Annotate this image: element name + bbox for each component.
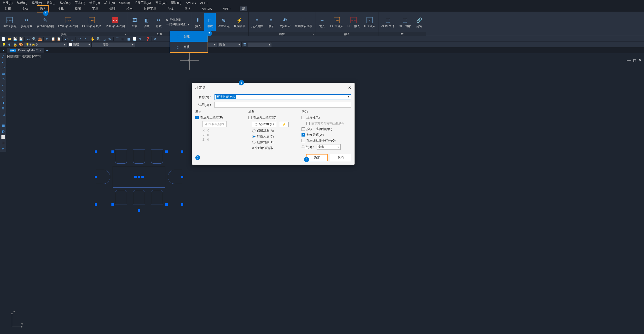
- tab-solid[interactable]: 实体: [20, 6, 31, 12]
- tab-app[interactable]: APP+: [220, 6, 234, 12]
- arc-icon[interactable]: ◠: [0, 77, 6, 82]
- y-input[interactable]: [207, 133, 222, 137]
- paste-icon[interactable]: 📋: [56, 37, 61, 41]
- menu-tools[interactable]: 工具(T): [75, 1, 85, 5]
- block-name-input[interactable]: 可见性动态块 ▾: [214, 94, 351, 100]
- saveas-icon[interactable]: 💾: [18, 37, 24, 41]
- layer-state-icon[interactable]: ❄: [7, 42, 12, 47]
- expand-icon[interactable]: ↘: [312, 33, 314, 36]
- menu-app[interactable]: APP+: [200, 1, 208, 5]
- maximize-icon[interactable]: ◻: [633, 58, 636, 63]
- mtext-icon[interactable]: A: [0, 146, 6, 151]
- table-icon[interactable]: ⊞: [0, 140, 6, 145]
- cancel-button[interactable]: 取消: [330, 154, 351, 161]
- btn-ref-clip[interactable]: ✂参照剪裁: [19, 13, 34, 31]
- btn-keep-display[interactable]: 👁保持显示: [277, 13, 293, 31]
- btn-define-attr[interactable]: ≡定义属性: [250, 13, 265, 31]
- btn-dgn-ref[interactable]: DGNDGN 参 考底图: [80, 13, 104, 31]
- design-center-icon[interactable]: ⊞: [120, 37, 126, 41]
- rectangle-icon[interactable]: ▭: [0, 71, 6, 76]
- btn-block-editor[interactable]: ⚡块编辑器: [232, 13, 247, 31]
- block-desc-input[interactable]: [214, 102, 351, 108]
- ok-button[interactable]: 确定: [306, 154, 328, 161]
- cut-icon[interactable]: ✂: [44, 37, 50, 41]
- new-icon[interactable]: 📄: [1, 37, 6, 41]
- unit-select[interactable]: 毫米▾: [316, 144, 340, 150]
- region-icon[interactable]: ⬜: [0, 134, 6, 140]
- pick-basepoint-button[interactable]: ⊕拾取基点(P): [202, 121, 226, 127]
- tab-dropdown-icon[interactable]: ▾: [1, 48, 6, 53]
- close-tab-icon[interactable]: ×: [40, 49, 41, 52]
- open-icon[interactable]: 📂: [7, 37, 12, 41]
- objects-specify-checkbox[interactable]: [248, 116, 252, 119]
- btn-create-block[interactable]: ◻创建: [204, 13, 216, 31]
- menu-format[interactable]: 格式(O): [60, 1, 71, 5]
- dropdown-wblock[interactable]: ⬚ 写块: [170, 42, 208, 52]
- make-block-icon[interactable]: ⬚: [0, 111, 6, 117]
- tab-common[interactable]: 常用: [2, 6, 14, 12]
- copy-icon[interactable]: 📋: [50, 37, 56, 41]
- dropdown-create[interactable]: ◻ 创建: [170, 31, 208, 42]
- menu-window[interactable]: 窗口(W): [155, 1, 166, 5]
- quick-select-button[interactable]: ⚡: [280, 122, 288, 127]
- point-icon[interactable]: ·: [0, 117, 6, 122]
- btn-insert-block[interactable]: ⬇插入: [192, 13, 204, 31]
- extra-combo[interactable]: ▾: [248, 42, 272, 47]
- close-icon[interactable]: ✕: [638, 58, 642, 63]
- menu-insert[interactable]: 插入(I): [46, 1, 55, 5]
- pan-icon[interactable]: ✋: [90, 37, 95, 41]
- publish-icon[interactable]: 📤: [37, 37, 42, 41]
- polyline-icon[interactable]: ⌐: [0, 60, 6, 65]
- tab-arcgis[interactable]: ArcGIS: [200, 6, 214, 12]
- line-icon[interactable]: ╱: [0, 54, 6, 59]
- tab-manage[interactable]: 管理: [107, 6, 118, 12]
- menu-extensions[interactable]: 扩展工具(X): [134, 1, 151, 5]
- btn-pdf-import[interactable]: PDFPDF 输入: [346, 13, 362, 31]
- menu-file[interactable]: 文件(F): [2, 1, 13, 5]
- btn-dwg-ref[interactable]: DWGDWG 参照: [1, 13, 18, 31]
- btn-attach[interactable]: 🖼附着: [129, 13, 140, 31]
- btn-import[interactable]: →输入: [316, 13, 328, 31]
- gradient-icon[interactable]: ◐: [0, 129, 6, 134]
- z-input[interactable]: [207, 138, 222, 141]
- open-editor-checkbox[interactable]: [302, 139, 305, 142]
- uniform-scale-checkbox[interactable]: [302, 127, 305, 131]
- zoom-prev-icon[interactable]: ⟲: [107, 37, 112, 41]
- ellipse-icon[interactable]: ⬭: [0, 94, 6, 99]
- btn-image-quality[interactable]: ⚙图像质量: [166, 18, 189, 22]
- btn-single-attr[interactable]: ≡单个: [265, 13, 277, 31]
- btn-hide-frame[interactable]: ▭隐藏图像边框▾: [166, 22, 189, 26]
- menu-modify[interactable]: 修改(M): [119, 1, 130, 5]
- zoom-icon[interactable]: 🔍: [96, 37, 101, 41]
- tab-ext-tools[interactable]: 扩展工具: [142, 6, 159, 12]
- sheet-icon[interactable]: 📑: [132, 37, 137, 41]
- dropdown-icon[interactable]: ▾: [348, 95, 349, 98]
- x-input[interactable]: [207, 129, 222, 132]
- layer-mgr-icon[interactable]: 💡: [1, 42, 6, 47]
- btn-set-basepoint[interactable]: ⊕设置基点: [216, 13, 232, 31]
- tab-online[interactable]: 在线: [165, 6, 176, 12]
- btn-clip-image[interactable]: ✂剪裁: [153, 13, 164, 31]
- retain-radio[interactable]: [252, 129, 256, 132]
- btn-dgn-import[interactable]: DGNDGN 输入: [328, 13, 345, 31]
- allow-explode-checkbox[interactable]: ✓: [302, 133, 305, 136]
- tab-view[interactable]: 视图: [72, 6, 84, 12]
- text-icon[interactable]: A: [152, 37, 158, 41]
- menu-draw[interactable]: 绘图(D): [90, 1, 100, 5]
- match-icon[interactable]: 🖌: [64, 37, 69, 41]
- layer-combo[interactable]: 💡❄🔓 0▾: [24, 42, 67, 47]
- linetype-combo[interactable]: ────随层▾: [92, 42, 135, 47]
- help-button[interactable]: ?: [195, 155, 200, 160]
- block-icon[interactable]: ⬚: [69, 37, 74, 41]
- plot-icon[interactable]: 🖨: [26, 37, 31, 41]
- menu-dimension[interactable]: 标注(N): [104, 1, 115, 5]
- ellipse-arc-icon[interactable]: ◗: [0, 100, 6, 105]
- btn-ifc-import[interactable]: IFCIFC 输入: [362, 13, 377, 31]
- preview-icon[interactable]: 🔍: [32, 37, 37, 41]
- tab-annotate[interactable]: 注释: [55, 6, 66, 12]
- btn-ole[interactable]: ⬚OLE 对象: [397, 13, 413, 31]
- tab-output[interactable]: 输出: [124, 6, 135, 12]
- convert-radio[interactable]: [252, 135, 256, 138]
- undo-icon[interactable]: ↶: [77, 37, 82, 41]
- viewport-label[interactable]: [-][俯视][二维线框][WCS]: [7, 54, 41, 59]
